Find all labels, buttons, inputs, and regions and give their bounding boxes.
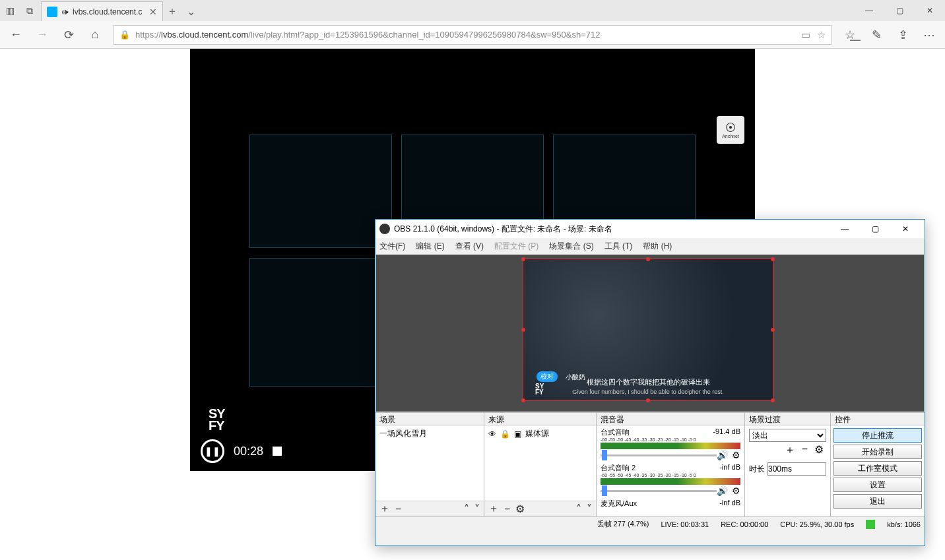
more-icon[interactable]: ⋯: [917, 23, 941, 47]
preview-badge: 校对: [537, 371, 558, 382]
obs-window: OBS 21.1.0 (64bit, windows) - 配置文件: 未命名 …: [375, 219, 925, 546]
scene-item[interactable]: 一场风化雪月: [375, 426, 484, 441]
mixer-channel-db: -inf dB: [719, 463, 740, 473]
address-bar[interactable]: 🔒 https://lvbs.cloud.tencent.com/live/pl…: [114, 25, 831, 45]
mixer-gear-icon[interactable]: ⚙: [732, 450, 740, 460]
source-item[interactable]: 👁 🔒 ▣ 媒体源: [484, 426, 596, 441]
menu-scenecollection[interactable]: 场景集合 (S): [549, 241, 593, 252]
audio-playing-icon[interactable]: 🕪: [61, 8, 69, 16]
pause-button[interactable]: ❚❚: [201, 439, 224, 463]
mixer-ticks: -60 -55 -50 -45 -40 -35 -30 -25 -20 -15 …: [601, 437, 740, 442]
status-cpu: CPU: 25.9%, 30.00 fps: [780, 520, 854, 528]
dock-mixer-title: 混音器: [597, 413, 744, 426]
browser-tab[interactable]: 🕪 lvbs.cloud.tencent.c ✕: [41, 1, 163, 21]
menu-profile[interactable]: 配置文件 (P): [494, 241, 538, 252]
dock-transitions: 场景过渡 淡出 ＋ − ⚙ 时长: [745, 413, 831, 516]
scene-down-button[interactable]: ˅: [474, 503, 480, 515]
sources-list[interactable]: 👁 🔒 ▣ 媒体源: [484, 426, 596, 501]
stop-stream-button[interactable]: 停止推流: [833, 428, 922, 443]
scene-remove-button[interactable]: −: [395, 503, 401, 515]
status-rec-time: REC: 00:00:00: [721, 520, 768, 528]
dock-scenes: 场景 一场风化雪月 ＋ − ˄ ˅: [375, 413, 484, 516]
tabs-overview-icon[interactable]: ▥: [0, 0, 20, 21]
transition-duration-label: 时长: [749, 464, 765, 475]
refresh-button[interactable]: ⟳: [57, 23, 81, 47]
source-remove-button[interactable]: −: [504, 503, 510, 515]
start-recording-button[interactable]: 开始录制: [833, 445, 922, 459]
obs-menubar: 文件(F) 编辑 (E) 查看 (V) 配置文件 (P) 场景集合 (S) 工具…: [375, 238, 925, 254]
obs-preview[interactable]: SY FY 校对 小酸奶 根据这四个数字我能把其他的破译出来 Given fou…: [376, 255, 924, 412]
menu-tools[interactable]: 工具 (T): [604, 241, 633, 252]
scene-up-button[interactable]: ˄: [464, 503, 469, 515]
tab-close-icon[interactable]: ✕: [149, 7, 157, 17]
source-visibility-icon[interactable]: 👁: [488, 429, 496, 439]
home-button[interactable]: ⌂: [83, 23, 107, 47]
source-settings-icon[interactable]: ⚙: [515, 503, 525, 515]
video-controls: ❚❚ 00:28: [201, 439, 282, 463]
mixer-ticks: -60 -55 -50 -45 -40 -35 -30 -25 -20 -15 …: [601, 473, 740, 478]
tab-menu-icon[interactable]: ⌄: [181, 1, 200, 21]
scenes-list[interactable]: 一场风化雪月: [375, 426, 484, 501]
menu-edit[interactable]: 编辑 (E): [416, 241, 444, 252]
status-health-icon: [866, 520, 875, 529]
menu-view[interactable]: 查看 (V): [455, 241, 484, 252]
mixer-mute-icon[interactable]: 🔊: [717, 450, 728, 460]
scene-add-button[interactable]: ＋: [379, 502, 390, 516]
share-icon[interactable]: ⇪: [891, 23, 915, 47]
obs-titlebar[interactable]: OBS 21.1.0 (64bit, windows) - 配置文件: 未命名 …: [375, 220, 925, 238]
dock-mixer: 混音器 台式音响-91.4 dB -60 -55 -50 -45 -40 -35…: [597, 413, 745, 516]
mixer-channel-db: -inf dB: [719, 499, 740, 509]
source-down-button[interactable]: ˅: [587, 503, 592, 515]
studio-mode-button[interactable]: 工作室模式: [833, 461, 922, 476]
set-aside-tabs-icon[interactable]: ⧉: [20, 0, 40, 21]
obs-close-button[interactable]: ✕: [890, 220, 921, 238]
reading-view-icon[interactable]: ▭: [801, 29, 810, 41]
source-up-button[interactable]: ˄: [576, 503, 581, 515]
stop-button[interactable]: [273, 447, 282, 456]
new-tab-button[interactable]: ＋: [163, 1, 181, 21]
exit-button[interactable]: 退出: [833, 494, 922, 509]
obs-maximize-button[interactable]: ▢: [860, 220, 890, 238]
notes-icon[interactable]: ✎: [864, 23, 888, 47]
favorite-icon[interactable]: ☆: [817, 29, 826, 41]
mixer-mute-icon[interactable]: 🔊: [717, 485, 728, 496]
window-minimize-button[interactable]: ―: [854, 0, 884, 21]
lock-icon: 🔒: [119, 30, 130, 40]
status-live-time: LIVE: 00:03:31: [661, 520, 709, 528]
dock-controls: 控件 停止推流 开始录制 工作室模式 设置 退出: [831, 413, 925, 516]
menu-file[interactable]: 文件(F): [379, 241, 405, 252]
transition-add-button[interactable]: ＋: [785, 443, 795, 457]
favorites-hub-icon[interactable]: ☆͟: [838, 23, 862, 47]
menu-help[interactable]: 帮助 (H): [643, 241, 672, 252]
mixer-volume-slider[interactable]: 🔊⚙: [601, 450, 740, 460]
preview-channel-logo: SY FY: [535, 383, 544, 395]
obs-minimize-button[interactable]: ―: [830, 220, 860, 238]
url-text: https://lvbs.cloud.tencent.com/live/play…: [135, 30, 600, 40]
channel-logo: SY FY: [209, 408, 225, 431]
settings-button[interactable]: 设置: [833, 478, 922, 492]
mixer-channel-name: 台式音响: [601, 427, 630, 437]
tab-title: lvbs.cloud.tencent.c: [73, 7, 142, 16]
mixer-volume-slider[interactable]: 🔊⚙: [601, 485, 740, 496]
source-label: 媒体源: [525, 428, 549, 439]
transition-duration-input[interactable]: [767, 462, 826, 476]
preview-source-frame[interactable]: SY FY 校对 小酸奶 根据这四个数字我能把其他的破译出来 Given fou…: [523, 259, 773, 401]
back-button[interactable]: ←: [4, 23, 28, 47]
source-add-button[interactable]: ＋: [488, 502, 499, 516]
forward-button: →: [30, 23, 54, 47]
subtitle-en: Given four numbers, I should be able to …: [572, 389, 724, 395]
subtitle-cn: 根据这四个数字我能把其他的破译出来: [587, 377, 710, 387]
window-maximize-button[interactable]: ▢: [884, 0, 915, 21]
transition-remove-button[interactable]: −: [802, 443, 808, 457]
window-close-button[interactable]: ✕: [915, 0, 945, 21]
transition-select[interactable]: 淡出: [749, 429, 826, 442]
obs-title-text: OBS 21.1.0 (64bit, windows) - 配置文件: 未命名 …: [394, 224, 612, 235]
mixer-channel: 台式音响-91.4 dB -60 -55 -50 -45 -40 -35 -30…: [597, 426, 744, 462]
source-lock-icon[interactable]: 🔒: [500, 429, 510, 439]
mixer-meter: [601, 443, 740, 449]
mixer-channel-db: -91.4 dB: [713, 427, 740, 437]
transition-gear-icon[interactable]: ⚙: [814, 443, 824, 457]
mixer-gear-icon[interactable]: ⚙: [732, 485, 740, 496]
watermark-logo: ⦿Anchnet: [717, 116, 744, 144]
obs-statusbar: 丢帧 277 (4.7%) LIVE: 00:03:31 REC: 00:00:…: [375, 516, 925, 531]
